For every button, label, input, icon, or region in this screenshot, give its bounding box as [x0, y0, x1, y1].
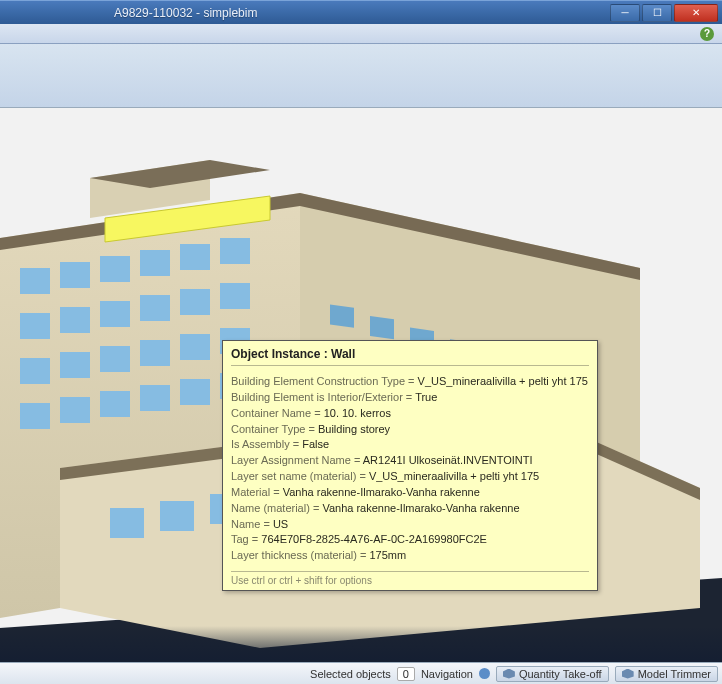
- cube-icon: [503, 669, 515, 679]
- tooltip-row: Layer set name (material) = V_US_mineraa…: [231, 469, 589, 484]
- tooltip-row: Building Element Construction Type = V_U…: [231, 374, 589, 389]
- close-button[interactable]: ✕: [674, 4, 718, 22]
- navigation-label[interactable]: Navigation: [421, 668, 473, 680]
- maximize-button[interactable]: ☐: [642, 4, 672, 22]
- tooltip-properties: Building Element Construction Type = V_U…: [231, 374, 589, 563]
- svg-rect-10: [140, 250, 170, 276]
- svg-rect-27: [100, 391, 130, 417]
- svg-rect-38: [160, 501, 194, 531]
- tooltip-row: Is Assembly = False: [231, 437, 589, 452]
- svg-rect-21: [100, 346, 130, 372]
- svg-rect-18: [220, 283, 250, 309]
- info-icon[interactable]: [479, 668, 490, 679]
- svg-rect-25: [20, 403, 50, 429]
- tooltip-row: Container Type = Building storey: [231, 422, 589, 437]
- tooltip-row: Building Element is Interior/Exterior = …: [231, 390, 589, 405]
- svg-rect-26: [60, 397, 90, 423]
- tooltip-row: Layer Assignment Name = AR1241I Ulkosein…: [231, 453, 589, 468]
- tooltip-title: Object Instance : Wall: [231, 347, 589, 366]
- ribbon-strip: [0, 44, 722, 108]
- tooltip-row: Tag = 764E70F8-2825-4A76-AF-0C-2A169980F…: [231, 532, 589, 547]
- svg-rect-17: [180, 289, 210, 315]
- statusbar: Selected objects 0 Navigation Quantity T…: [0, 662, 722, 684]
- window-title: A9829-110032 - simplebim: [114, 6, 257, 20]
- svg-rect-14: [60, 307, 90, 333]
- svg-rect-31: [330, 304, 354, 327]
- svg-rect-8: [60, 262, 90, 288]
- svg-rect-32: [370, 316, 394, 339]
- tooltip-row: Name = US: [231, 517, 589, 532]
- svg-rect-16: [140, 295, 170, 321]
- tooltip-row: Name (material) = Vanha rakenne-Ilmarako…: [231, 501, 589, 516]
- viewport-3d[interactable]: Object Instance : Wall Building Element …: [0, 108, 722, 662]
- tooltip-row: Layer thickness (material) = 175mm: [231, 548, 589, 563]
- menubar: ?: [0, 24, 722, 44]
- tooltip-row: Container Name = 10. 10. kerros: [231, 406, 589, 421]
- tooltip-hint: Use ctrl or ctrl + shift for options: [231, 571, 589, 586]
- tooltip-row: Material = Vanha rakenne-Ilmarako-Vanha …: [231, 485, 589, 500]
- tab-label: Model Trimmer: [638, 668, 711, 680]
- svg-rect-7: [20, 268, 50, 294]
- tab-quantity-takeoff[interactable]: Quantity Take-off: [496, 666, 609, 682]
- svg-rect-28: [140, 385, 170, 411]
- tab-model-trimmer[interactable]: Model Trimmer: [615, 666, 718, 682]
- svg-rect-37: [110, 508, 144, 538]
- svg-rect-11: [180, 244, 210, 270]
- tab-label: Quantity Take-off: [519, 668, 602, 680]
- help-icon[interactable]: ?: [700, 27, 714, 41]
- svg-rect-9: [100, 256, 130, 282]
- svg-rect-23: [180, 334, 210, 360]
- selected-objects-label: Selected objects: [310, 668, 391, 680]
- window-titlebar: A9829-110032 - simplebim ─ ☐ ✕: [0, 0, 722, 24]
- object-tooltip: Object Instance : Wall Building Element …: [222, 340, 598, 591]
- svg-rect-20: [60, 352, 90, 378]
- svg-rect-15: [100, 301, 130, 327]
- cube-icon: [622, 669, 634, 679]
- svg-rect-19: [20, 358, 50, 384]
- minimize-button[interactable]: ─: [610, 4, 640, 22]
- svg-rect-12: [220, 238, 250, 264]
- selected-objects-count: 0: [397, 667, 415, 681]
- svg-rect-22: [140, 340, 170, 366]
- window-controls: ─ ☐ ✕: [608, 4, 718, 22]
- svg-rect-13: [20, 313, 50, 339]
- svg-rect-29: [180, 379, 210, 405]
